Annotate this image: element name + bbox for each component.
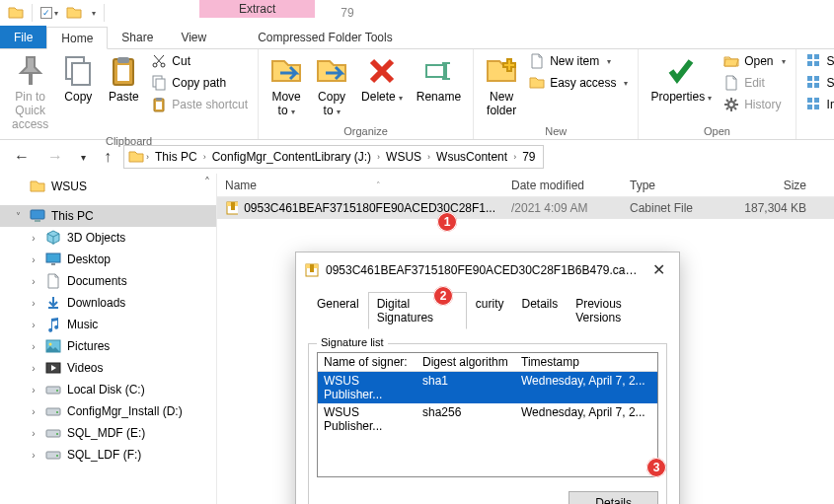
desktop-icon xyxy=(45,252,61,267)
rename-icon xyxy=(422,55,454,87)
tab-view[interactable]: View xyxy=(167,26,220,48)
rename-button[interactable]: Rename xyxy=(411,51,467,108)
tree-sql-mdf[interactable]: ›SQL_MDF (E:) xyxy=(0,422,216,444)
contextual-tab-extract[interactable]: Extract xyxy=(199,0,315,18)
sig-col-ts[interactable]: Timestamp xyxy=(515,353,657,371)
copy-path-button[interactable]: Copy path xyxy=(147,73,252,93)
delete-button[interactable]: Delete▾ xyxy=(355,51,409,108)
col-name[interactable]: Name˄ xyxy=(217,179,503,192)
tab-file[interactable]: File xyxy=(0,26,46,48)
qat-folder-icon[interactable] xyxy=(4,3,28,23)
sig-col-alg[interactable]: Digest algorithm xyxy=(417,353,515,371)
callout-marker-1: 1 xyxy=(437,212,457,232)
pin-to-quick-access-button[interactable]: Pin to Quick access xyxy=(6,51,54,135)
paste-shortcut-button[interactable]: Paste shortcut xyxy=(147,95,252,114)
cube-icon xyxy=(45,230,61,246)
tree-scroll-up-icon[interactable]: ˄ xyxy=(204,176,210,189)
paste-button[interactable]: Paste xyxy=(102,51,145,108)
up-button[interactable]: ↑ xyxy=(98,146,117,168)
tree-3d-objects[interactable]: ›3D Objects xyxy=(0,227,216,249)
tree-desktop[interactable]: ›Desktop xyxy=(0,249,216,270)
history-button[interactable]: History xyxy=(720,95,789,114)
tab-compressed-tools[interactable]: Compressed Folder Tools xyxy=(244,26,407,48)
tab-security[interactable]: curity xyxy=(467,292,513,329)
invert-selection-button[interactable]: Invert selection xyxy=(802,95,834,114)
tree-downloads[interactable]: ›Downloads xyxy=(0,292,216,314)
crumb-this-pc[interactable]: This PC xyxy=(151,150,201,164)
move-to-button[interactable]: Move to▾ xyxy=(265,51,308,122)
tree-music[interactable]: ›Music xyxy=(0,314,216,335)
tab-details[interactable]: Details xyxy=(512,292,567,329)
crumb-wsuscontent[interactable]: WsusContent xyxy=(432,150,511,164)
copy-to-icon xyxy=(316,55,347,87)
tab-previous-versions[interactable]: Previous Versions xyxy=(567,292,667,329)
new-folder-icon xyxy=(486,55,517,87)
delete-icon xyxy=(366,55,398,87)
properties-button[interactable]: Properties▾ xyxy=(644,51,718,108)
recent-locations[interactable]: ▾ xyxy=(75,150,92,165)
open-button[interactable]: Open▾ xyxy=(720,51,789,71)
file-size: 187,304 KB xyxy=(720,201,814,215)
qat-properties[interactable]: ✓▾ xyxy=(37,5,62,21)
group-clipboard: Pin to Quick access Copy Paste Cut Copy … xyxy=(0,49,259,139)
ribbon-tabs: File Home Share View Compressed Folder T… xyxy=(0,26,834,49)
easy-access-button[interactable]: Easy access▾ xyxy=(525,73,632,93)
col-size[interactable]: Size xyxy=(720,179,814,192)
drive-icon xyxy=(45,425,61,441)
back-button[interactable]: ← xyxy=(8,146,36,168)
nav-tree[interactable]: ˄ WSUS ˅This PC ›3D Objects ›Desktop ›Do… xyxy=(0,174,217,504)
new-item-button[interactable]: New item▾ xyxy=(525,51,632,71)
address-bar[interactable]: › This PC› ConfigMgr_ContentLibrary (J:)… xyxy=(123,145,544,169)
drive-icon xyxy=(45,403,61,419)
tree-sql-ldf[interactable]: ›SQL_LDF (F:) xyxy=(0,444,216,466)
tab-share[interactable]: Share xyxy=(108,26,167,48)
tree-local-disk-c[interactable]: ›Local Disk (C:) xyxy=(0,379,216,400)
col-type[interactable]: Type xyxy=(622,179,720,192)
select-none-button[interactable]: Select none xyxy=(802,73,834,93)
music-icon xyxy=(45,317,61,332)
crumb-79[interactable]: 79 xyxy=(518,150,539,164)
col-date[interactable]: Date modified xyxy=(503,179,622,192)
callout-marker-3: 3 xyxy=(646,458,666,477)
paste-icon xyxy=(108,55,139,87)
folder-icon xyxy=(30,179,45,194)
tab-home[interactable]: Home xyxy=(46,27,108,49)
monitor-icon xyxy=(30,208,45,224)
tree-documents[interactable]: ›Documents xyxy=(0,270,216,292)
details-button[interactable]: Details xyxy=(569,491,658,504)
move-to-icon xyxy=(270,55,302,87)
tab-general[interactable]: General xyxy=(308,292,368,329)
tree-videos[interactable]: ›Videos xyxy=(0,357,216,379)
file-row[interactable]: 0953C461BEAF3715180FE90ACED30C28F1... /2… xyxy=(217,197,834,219)
drive-icon xyxy=(45,382,61,397)
copy-to-button[interactable]: Copy to▾ xyxy=(310,51,353,122)
signature-row[interactable]: WSUS Publisher... sha1 Wednesday, April … xyxy=(318,372,657,403)
file-type: Cabinet File xyxy=(622,201,720,215)
tree-configmgr-install[interactable]: ›ConfigMgr_Install (D:) xyxy=(0,400,216,422)
new-folder-button[interactable]: New folder xyxy=(480,51,523,122)
address-folder-icon xyxy=(128,149,144,165)
tree-this-pc[interactable]: ˅This PC xyxy=(0,205,216,227)
edit-button[interactable]: Edit xyxy=(720,73,789,93)
tree-wsus[interactable]: WSUS xyxy=(0,176,216,197)
copy-button[interactable]: Copy xyxy=(56,51,100,108)
copy-path-icon xyxy=(151,75,167,91)
signature-table[interactable]: Name of signer: Digest algorithm Timesta… xyxy=(317,352,658,477)
qat-dropdown[interactable]: ▾ xyxy=(86,7,100,20)
signature-list-legend: Signature list xyxy=(317,336,388,348)
forward-button[interactable]: → xyxy=(41,146,69,168)
signature-list-fieldset: Signature list Name of signer: Digest al… xyxy=(308,343,667,504)
close-button[interactable]: ✕ xyxy=(646,258,671,281)
down-icon xyxy=(45,295,61,311)
select-all-button[interactable]: Select all xyxy=(802,51,834,71)
select-all-icon xyxy=(806,53,822,69)
crumb-library[interactable]: ConfigMgr_ContentLibrary (J:) xyxy=(208,150,375,164)
crumb-wsus[interactable]: WSUS xyxy=(382,150,425,164)
signature-row[interactable]: WSUS Publisher... sha256 Wednesday, Apri… xyxy=(318,403,657,435)
paste-shortcut-icon xyxy=(151,97,167,112)
sig-col-name[interactable]: Name of signer: xyxy=(318,353,417,371)
tree-pictures[interactable]: ›Pictures xyxy=(0,335,216,357)
cut-button[interactable]: Cut xyxy=(147,51,252,71)
qat-newfolder[interactable] xyxy=(62,3,86,23)
callout-marker-2: 2 xyxy=(433,286,453,306)
